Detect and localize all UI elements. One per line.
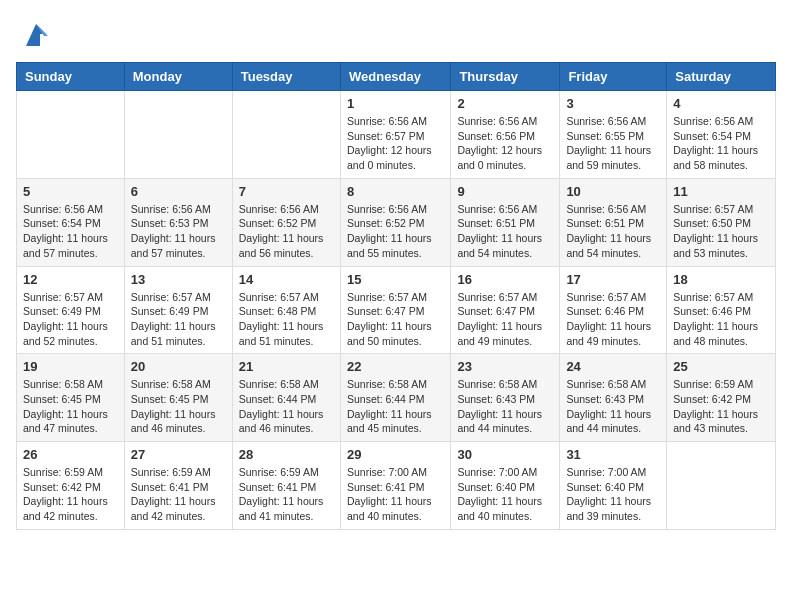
calendar-cell: 16Sunrise: 6:57 AM Sunset: 6:47 PM Dayli… — [451, 266, 560, 354]
day-info: Sunrise: 6:58 AM Sunset: 6:43 PM Dayligh… — [457, 377, 553, 436]
calendar-cell — [232, 91, 340, 179]
day-number: 7 — [239, 184, 334, 199]
svg-marker-0 — [26, 24, 46, 46]
calendar-cell: 7Sunrise: 6:56 AM Sunset: 6:52 PM Daylig… — [232, 178, 340, 266]
calendar-week-row: 1Sunrise: 6:56 AM Sunset: 6:57 PM Daylig… — [17, 91, 776, 179]
calendar-week-row: 5Sunrise: 6:56 AM Sunset: 6:54 PM Daylig… — [17, 178, 776, 266]
day-number: 24 — [566, 359, 660, 374]
calendar-cell: 6Sunrise: 6:56 AM Sunset: 6:53 PM Daylig… — [124, 178, 232, 266]
calendar-cell — [17, 91, 125, 179]
calendar-cell: 5Sunrise: 6:56 AM Sunset: 6:54 PM Daylig… — [17, 178, 125, 266]
day-info: Sunrise: 6:58 AM Sunset: 6:45 PM Dayligh… — [131, 377, 226, 436]
day-number: 20 — [131, 359, 226, 374]
calendar-cell: 23Sunrise: 6:58 AM Sunset: 6:43 PM Dayli… — [451, 354, 560, 442]
calendar-cell: 2Sunrise: 6:56 AM Sunset: 6:56 PM Daylig… — [451, 91, 560, 179]
page-header — [16, 16, 776, 52]
day-of-week-header: Monday — [124, 63, 232, 91]
calendar-cell: 29Sunrise: 7:00 AM Sunset: 6:41 PM Dayli… — [340, 442, 450, 530]
day-number: 31 — [566, 447, 660, 462]
day-info: Sunrise: 6:58 AM Sunset: 6:44 PM Dayligh… — [239, 377, 334, 436]
day-info: Sunrise: 6:57 AM Sunset: 6:46 PM Dayligh… — [673, 290, 769, 349]
day-number: 28 — [239, 447, 334, 462]
day-number: 23 — [457, 359, 553, 374]
day-of-week-header: Friday — [560, 63, 667, 91]
calendar-cell — [124, 91, 232, 179]
day-info: Sunrise: 6:56 AM Sunset: 6:57 PM Dayligh… — [347, 114, 444, 173]
day-of-week-header: Tuesday — [232, 63, 340, 91]
calendar-cell: 1Sunrise: 6:56 AM Sunset: 6:57 PM Daylig… — [340, 91, 450, 179]
day-info: Sunrise: 6:56 AM Sunset: 6:52 PM Dayligh… — [239, 202, 334, 261]
calendar-cell: 25Sunrise: 6:59 AM Sunset: 6:42 PM Dayli… — [667, 354, 776, 442]
day-number: 19 — [23, 359, 118, 374]
day-number: 29 — [347, 447, 444, 462]
day-number: 8 — [347, 184, 444, 199]
logo-icon — [18, 16, 54, 52]
calendar-cell: 14Sunrise: 6:57 AM Sunset: 6:48 PM Dayli… — [232, 266, 340, 354]
calendar-cell: 21Sunrise: 6:58 AM Sunset: 6:44 PM Dayli… — [232, 354, 340, 442]
day-number: 18 — [673, 272, 769, 287]
day-number: 21 — [239, 359, 334, 374]
day-info: Sunrise: 6:59 AM Sunset: 6:42 PM Dayligh… — [673, 377, 769, 436]
calendar-table: SundayMondayTuesdayWednesdayThursdayFrid… — [16, 62, 776, 530]
calendar-cell: 11Sunrise: 6:57 AM Sunset: 6:50 PM Dayli… — [667, 178, 776, 266]
calendar-cell: 3Sunrise: 6:56 AM Sunset: 6:55 PM Daylig… — [560, 91, 667, 179]
calendar-cell: 27Sunrise: 6:59 AM Sunset: 6:41 PM Dayli… — [124, 442, 232, 530]
day-info: Sunrise: 6:57 AM Sunset: 6:48 PM Dayligh… — [239, 290, 334, 349]
day-of-week-header: Saturday — [667, 63, 776, 91]
day-number: 10 — [566, 184, 660, 199]
calendar-cell: 15Sunrise: 6:57 AM Sunset: 6:47 PM Dayli… — [340, 266, 450, 354]
day-info: Sunrise: 7:00 AM Sunset: 6:40 PM Dayligh… — [566, 465, 660, 524]
calendar-cell: 13Sunrise: 6:57 AM Sunset: 6:49 PM Dayli… — [124, 266, 232, 354]
day-info: Sunrise: 6:56 AM Sunset: 6:52 PM Dayligh… — [347, 202, 444, 261]
day-number: 30 — [457, 447, 553, 462]
calendar-header-row: SundayMondayTuesdayWednesdayThursdayFrid… — [17, 63, 776, 91]
calendar-cell: 10Sunrise: 6:56 AM Sunset: 6:51 PM Dayli… — [560, 178, 667, 266]
day-info: Sunrise: 6:56 AM Sunset: 6:54 PM Dayligh… — [673, 114, 769, 173]
day-number: 16 — [457, 272, 553, 287]
day-number: 11 — [673, 184, 769, 199]
calendar-cell: 19Sunrise: 6:58 AM Sunset: 6:45 PM Dayli… — [17, 354, 125, 442]
day-number: 6 — [131, 184, 226, 199]
calendar-cell: 28Sunrise: 6:59 AM Sunset: 6:41 PM Dayli… — [232, 442, 340, 530]
day-info: Sunrise: 6:56 AM Sunset: 6:54 PM Dayligh… — [23, 202, 118, 261]
day-info: Sunrise: 6:57 AM Sunset: 6:49 PM Dayligh… — [131, 290, 226, 349]
calendar-cell: 31Sunrise: 7:00 AM Sunset: 6:40 PM Dayli… — [560, 442, 667, 530]
day-number: 26 — [23, 447, 118, 462]
day-info: Sunrise: 6:58 AM Sunset: 6:43 PM Dayligh… — [566, 377, 660, 436]
day-of-week-header: Sunday — [17, 63, 125, 91]
day-info: Sunrise: 6:57 AM Sunset: 6:50 PM Dayligh… — [673, 202, 769, 261]
calendar-cell: 22Sunrise: 6:58 AM Sunset: 6:44 PM Dayli… — [340, 354, 450, 442]
day-number: 13 — [131, 272, 226, 287]
day-info: Sunrise: 6:59 AM Sunset: 6:41 PM Dayligh… — [239, 465, 334, 524]
day-info: Sunrise: 6:59 AM Sunset: 6:41 PM Dayligh… — [131, 465, 226, 524]
day-number: 3 — [566, 96, 660, 111]
calendar-cell: 24Sunrise: 6:58 AM Sunset: 6:43 PM Dayli… — [560, 354, 667, 442]
calendar-cell: 4Sunrise: 6:56 AM Sunset: 6:54 PM Daylig… — [667, 91, 776, 179]
calendar-cell: 30Sunrise: 7:00 AM Sunset: 6:40 PM Dayli… — [451, 442, 560, 530]
day-info: Sunrise: 7:00 AM Sunset: 6:40 PM Dayligh… — [457, 465, 553, 524]
day-info: Sunrise: 6:58 AM Sunset: 6:45 PM Dayligh… — [23, 377, 118, 436]
day-number: 9 — [457, 184, 553, 199]
day-info: Sunrise: 6:57 AM Sunset: 6:47 PM Dayligh… — [457, 290, 553, 349]
calendar-week-row: 19Sunrise: 6:58 AM Sunset: 6:45 PM Dayli… — [17, 354, 776, 442]
calendar-cell: 26Sunrise: 6:59 AM Sunset: 6:42 PM Dayli… — [17, 442, 125, 530]
day-of-week-header: Wednesday — [340, 63, 450, 91]
calendar-cell: 12Sunrise: 6:57 AM Sunset: 6:49 PM Dayli… — [17, 266, 125, 354]
calendar-cell: 9Sunrise: 6:56 AM Sunset: 6:51 PM Daylig… — [451, 178, 560, 266]
calendar-cell: 18Sunrise: 6:57 AM Sunset: 6:46 PM Dayli… — [667, 266, 776, 354]
day-info: Sunrise: 6:59 AM Sunset: 6:42 PM Dayligh… — [23, 465, 118, 524]
day-number: 1 — [347, 96, 444, 111]
day-info: Sunrise: 6:56 AM Sunset: 6:51 PM Dayligh… — [566, 202, 660, 261]
day-info: Sunrise: 7:00 AM Sunset: 6:41 PM Dayligh… — [347, 465, 444, 524]
day-number: 4 — [673, 96, 769, 111]
day-number: 12 — [23, 272, 118, 287]
day-info: Sunrise: 6:58 AM Sunset: 6:44 PM Dayligh… — [347, 377, 444, 436]
calendar-week-row: 26Sunrise: 6:59 AM Sunset: 6:42 PM Dayli… — [17, 442, 776, 530]
day-number: 15 — [347, 272, 444, 287]
day-info: Sunrise: 6:57 AM Sunset: 6:46 PM Dayligh… — [566, 290, 660, 349]
calendar-cell: 8Sunrise: 6:56 AM Sunset: 6:52 PM Daylig… — [340, 178, 450, 266]
day-number: 27 — [131, 447, 226, 462]
day-info: Sunrise: 6:57 AM Sunset: 6:49 PM Dayligh… — [23, 290, 118, 349]
day-info: Sunrise: 6:56 AM Sunset: 6:53 PM Dayligh… — [131, 202, 226, 261]
day-of-week-header: Thursday — [451, 63, 560, 91]
